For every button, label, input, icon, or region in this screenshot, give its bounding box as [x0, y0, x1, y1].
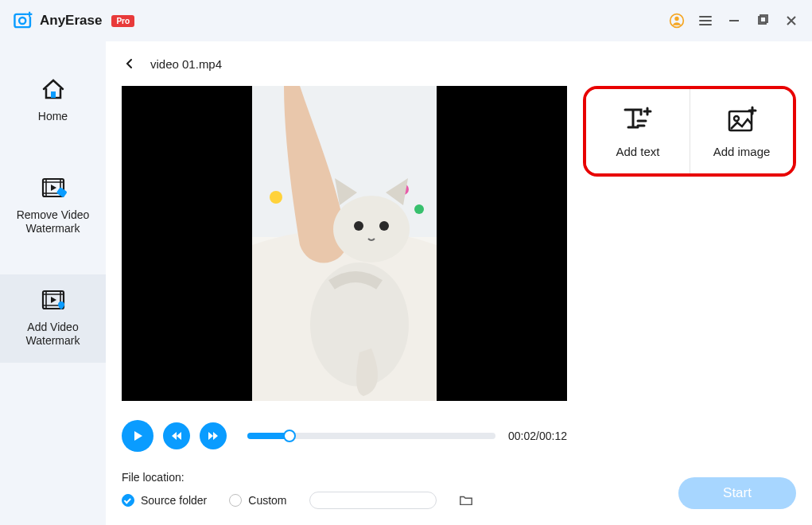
- file-location-block: File location: Source folder Custom: [122, 471, 473, 509]
- option-label: Add image: [713, 145, 771, 158]
- file-location-label: File location:: [122, 471, 473, 484]
- rewind-button[interactable]: [163, 422, 190, 449]
- svg-point-15: [414, 204, 424, 214]
- file-name: video 01.mp4: [150, 57, 222, 71]
- sidebar-item-label: Home: [38, 110, 68, 124]
- titlebar-left: AnyErase Pro: [13, 10, 134, 31]
- svg-point-21: [734, 116, 739, 121]
- content-row: 00:02/00:12 Add text: [106, 86, 812, 452]
- sidebar: Home Remove Video Watermark Add Video Wa…: [0, 41, 106, 525]
- minimize-icon[interactable]: [726, 13, 742, 29]
- app-name: AnyErase: [40, 13, 102, 29]
- player-controls: 00:02/00:12: [122, 420, 567, 452]
- add-watermark-icon: [39, 286, 68, 314]
- option-label: Add text: [616, 145, 659, 158]
- back-button[interactable]: [122, 56, 138, 72]
- play-button[interactable]: [122, 420, 153, 452]
- radio-checked-icon: [122, 494, 134, 507]
- start-button-label: Start: [723, 485, 752, 501]
- sidebar-item-remove-watermark[interactable]: Remove Video Watermark: [0, 162, 106, 251]
- option-box: Add text Add image: [583, 86, 796, 177]
- app-logo-icon: [13, 10, 33, 31]
- start-button[interactable]: Start: [678, 477, 796, 509]
- footer: File location: Source folder Custom: [106, 471, 812, 515]
- source-folder-radio[interactable]: Source folder: [122, 494, 207, 507]
- radio-label: Source folder: [141, 494, 207, 507]
- sidebar-item-label: Remove Video Watermark: [6, 208, 99, 236]
- pro-badge: Pro: [111, 15, 134, 27]
- breadcrumb: video 01.mp4: [106, 41, 812, 86]
- sidebar-item-label: Add Video Watermark: [6, 321, 99, 348]
- progress-track[interactable]: [247, 433, 495, 439]
- titlebar-right: [669, 13, 799, 29]
- svg-rect-7: [51, 91, 56, 98]
- svg-point-1: [19, 18, 25, 24]
- home-icon: [39, 75, 68, 103]
- sidebar-item-add-watermark[interactable]: Add Video Watermark: [0, 274, 106, 363]
- sidebar-item-home[interactable]: Home: [0, 64, 106, 138]
- user-icon[interactable]: [669, 13, 685, 29]
- svg-point-18: [354, 221, 363, 231]
- svg-point-19: [379, 221, 389, 231]
- forward-button[interactable]: [200, 422, 227, 449]
- time-label: 00:02/00:12: [508, 430, 567, 442]
- main: video 01.mp4: [106, 41, 812, 525]
- video-still-illustration: [252, 86, 437, 401]
- menu-icon[interactable]: [697, 13, 713, 29]
- progress-wrap: 00:02/00:12: [247, 430, 567, 442]
- watermark-options: Add text Add image: [583, 86, 796, 177]
- video-preview[interactable]: [122, 86, 567, 401]
- file-location-row: Source folder Custom: [122, 492, 473, 509]
- titlebar: AnyErase Pro: [0, 0, 812, 41]
- close-icon[interactable]: [783, 13, 799, 29]
- custom-path-radio[interactable]: Custom: [229, 494, 286, 507]
- video-column: 00:02/00:12: [122, 86, 567, 452]
- svg-point-4: [674, 17, 678, 21]
- progress-thumb[interactable]: [283, 430, 296, 442]
- remove-watermark-icon: [39, 173, 68, 202]
- radio-label: Custom: [248, 494, 286, 507]
- browse-folder-icon[interactable]: [459, 493, 473, 508]
- custom-path-input[interactable]: [309, 492, 437, 509]
- svg-point-13: [270, 191, 282, 204]
- svg-point-17: [333, 196, 410, 262]
- body: Home Remove Video Watermark Add Video Wa…: [0, 41, 812, 525]
- add-text-icon: [622, 105, 654, 134]
- add-text-button[interactable]: Add text: [586, 89, 690, 173]
- maximize-icon[interactable]: [755, 13, 771, 29]
- add-image-button[interactable]: Add image: [690, 89, 793, 173]
- radio-unchecked-icon: [229, 494, 242, 507]
- add-image-icon: [726, 105, 758, 134]
